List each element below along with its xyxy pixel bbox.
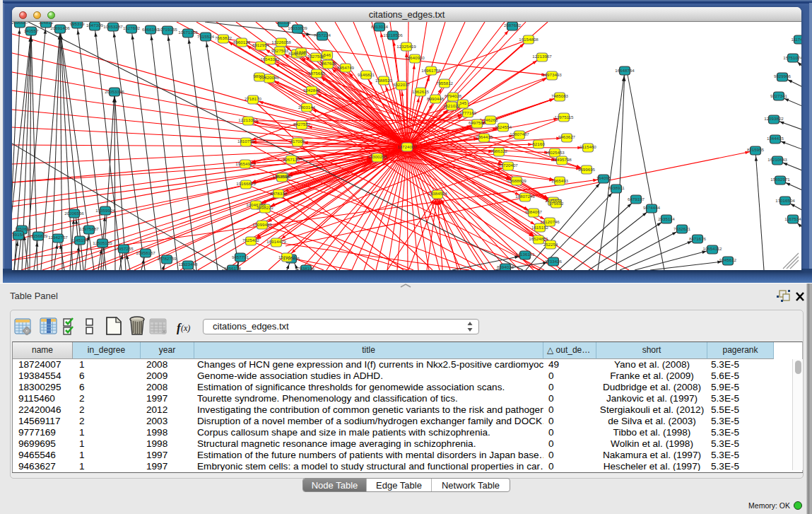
svg-text:7485083: 7485083 [551, 93, 569, 98]
svg-text:135061: 135061 [15, 226, 30, 231]
svg-text:2096687: 2096687 [12, 22, 29, 25]
svg-text:12505135: 12505135 [93, 240, 112, 245]
svg-text:6794028: 6794028 [445, 93, 462, 98]
svg-text:16524851: 16524851 [529, 236, 548, 241]
svg-text:995319: 995319 [70, 22, 85, 26]
svg-text:16648764: 16648764 [615, 68, 635, 73]
svg-text:62160: 62160 [532, 141, 545, 146]
svg-text:2087682: 2087682 [504, 23, 522, 28]
svg-text:16961758: 16961758 [421, 68, 441, 73]
svg-text:7632621: 7632621 [673, 226, 691, 231]
svg-text:8960124: 8960124 [233, 40, 251, 45]
svg-text:17016504: 17016504 [775, 198, 795, 203]
svg-text:1615152: 1615152 [531, 225, 549, 230]
svg-text:12942757: 12942757 [48, 235, 68, 240]
svg-text:304812: 304812 [39, 22, 54, 25]
svg-text:2364436: 2364436 [476, 134, 493, 139]
svg-text:746266: 746266 [483, 117, 498, 122]
svg-text:6479197: 6479197 [628, 197, 645, 201]
svg-text:10807487: 10807487 [510, 132, 529, 136]
svg-text:6466160: 6466160 [142, 27, 160, 32]
svg-text:7515524: 7515524 [197, 34, 215, 39]
svg-text:160338: 160338 [276, 22, 291, 25]
svg-text:8813014: 8813014 [371, 24, 389, 29]
svg-text:10025453: 10025453 [545, 150, 565, 155]
svg-text:9227341: 9227341 [770, 93, 788, 98]
svg-text:9242848: 9242848 [303, 88, 321, 93]
svg-text:7955812: 7955812 [436, 81, 454, 86]
svg-text:16154808: 16154808 [519, 37, 539, 42]
svg-text:8912954: 8912954 [252, 42, 270, 47]
svg-text:13535947: 13535947 [272, 174, 292, 179]
svg-text:9699695: 9699695 [578, 167, 596, 172]
svg-text:19218506: 19218506 [383, 33, 403, 37]
svg-text:8594023: 8594023 [497, 264, 514, 269]
svg-text:140557: 140557 [24, 28, 39, 33]
svg-text:9777169: 9777169 [459, 110, 477, 115]
svg-text:1965493: 1965493 [551, 178, 569, 183]
svg-text:12093822: 12093822 [764, 116, 784, 121]
svg-text:7625402: 7625402 [242, 238, 260, 243]
svg-text:8471676: 8471676 [689, 236, 707, 241]
svg-text:2718170: 2718170 [245, 96, 262, 101]
svg-text:8990448: 8990448 [427, 96, 445, 101]
svg-text:20053346: 20053346 [105, 89, 124, 94]
svg-text:7857224: 7857224 [314, 33, 331, 37]
svg-text:8454749: 8454749 [337, 65, 355, 70]
svg-text:19654923: 19654923 [235, 161, 255, 166]
svg-text:15720407: 15720407 [498, 163, 518, 168]
svg-text:5875685: 5875685 [308, 71, 326, 76]
svg-text:8215955: 8215955 [747, 147, 765, 152]
svg-text:1621022: 1621022 [443, 103, 461, 108]
svg-text:10653287: 10653287 [103, 24, 123, 29]
svg-text:12975115: 12975115 [554, 115, 574, 119]
svg-text:9146821: 9146821 [358, 72, 375, 77]
svg-text:3267130: 3267130 [283, 157, 300, 162]
svg-text:1047309: 1047309 [86, 23, 104, 28]
svg-text:18807249: 18807249 [515, 194, 535, 199]
svg-text:1117402: 1117402 [791, 37, 801, 42]
svg-text:18640910: 18640910 [405, 55, 425, 60]
svg-text:2867608: 2867608 [319, 61, 337, 66]
svg-text:16033809: 16033809 [288, 25, 307, 30]
svg-text:1527602: 1527602 [123, 25, 141, 30]
svg-text:11156829: 11156829 [29, 233, 48, 238]
svg-text:12213967: 12213967 [532, 54, 552, 59]
svg-text:13226058: 13226058 [271, 40, 291, 45]
svg-text:18724007: 18724007 [397, 144, 417, 149]
svg-text:15692971: 15692971 [770, 177, 790, 182]
svg-text:20691406: 20691406 [50, 25, 70, 30]
svg-text:14136141: 14136141 [515, 252, 535, 257]
svg-text:18495798: 18495798 [552, 157, 572, 162]
svg-text:17359924: 17359924 [95, 208, 115, 213]
svg-text:11923448: 11923448 [178, 262, 198, 267]
svg-text:16543382: 16543382 [260, 57, 280, 62]
svg-text:345: 345 [459, 100, 467, 105]
svg-text:9327508: 9327508 [307, 54, 325, 59]
svg-text:2803144: 2803144 [298, 105, 316, 110]
svg-text:9115460: 9115460 [579, 144, 596, 149]
svg-text:546: 546 [324, 52, 331, 57]
svg-text:8938911: 8938911 [608, 185, 625, 190]
svg-text:16914479: 16914479 [266, 239, 286, 244]
svg-text:164095: 164095 [596, 175, 611, 180]
svg-text:9245612: 9245612 [719, 257, 737, 262]
svg-text:1244415: 1244415 [767, 136, 784, 141]
svg-text:9474444: 9474444 [643, 205, 661, 210]
svg-text:1145194: 1145194 [71, 238, 88, 243]
svg-text:1167534: 1167534 [784, 216, 801, 221]
svg-text:8878334: 8878334 [270, 191, 288, 196]
svg-text:8427552: 8427552 [293, 122, 311, 127]
svg-text:16099489: 16099489 [252, 222, 272, 227]
svg-text:10688609: 10688609 [507, 178, 526, 183]
svg-text:10958167: 10958167 [136, 250, 155, 255]
svg-text:1810755: 1810755 [237, 139, 255, 144]
svg-text:19166825: 19166825 [236, 181, 256, 186]
svg-text:(x): (x) [181, 323, 190, 333]
svg-text:20206556: 20206556 [64, 211, 84, 216]
svg-text:3624554: 3624554 [495, 124, 512, 129]
svg-text:98901: 98901 [253, 74, 266, 78]
svg-text:1362615: 1362615 [412, 89, 430, 94]
svg-text:7663822: 7663822 [215, 35, 233, 40]
svg-text:975692: 975692 [549, 201, 564, 206]
